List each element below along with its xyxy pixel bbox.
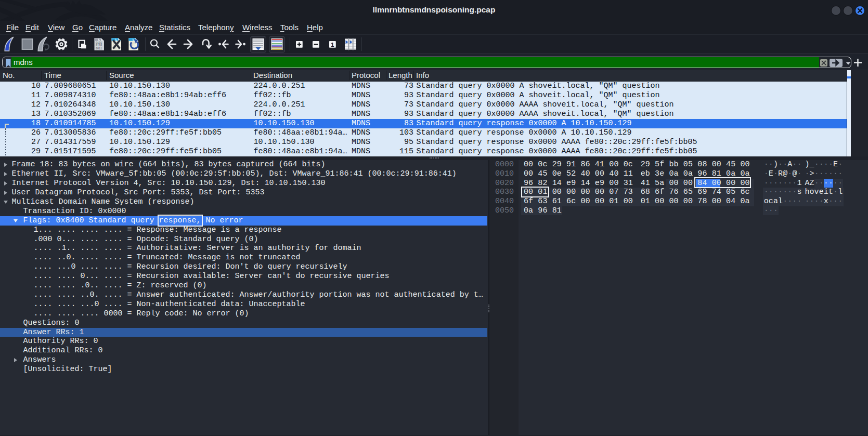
svg-text:1: 1 [331, 42, 334, 48]
